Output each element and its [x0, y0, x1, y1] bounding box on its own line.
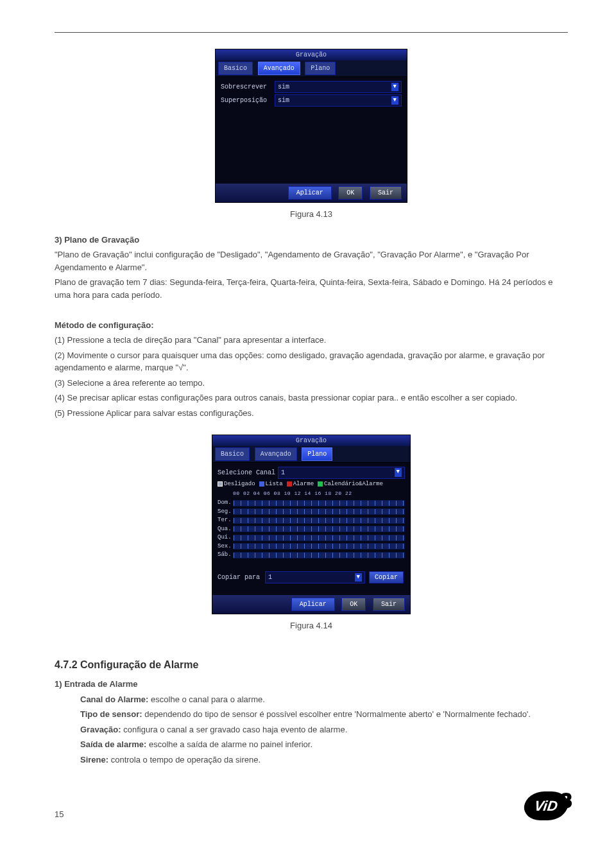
page-number: 15 [55, 808, 64, 821]
dialog-gravacao-avancado: Gravação Basico Avançado Plano Sobrescre… [215, 49, 407, 203]
timeline-bar[interactable] [233, 500, 405, 506]
section-472-heading: 4.7.2 Configuração de Alarme [55, 657, 568, 673]
timeline-bar[interactable] [233, 526, 405, 532]
timeline-day-label: Qui. [218, 533, 233, 542]
tab-bar: Basico Avançado Plano [212, 446, 410, 463]
timeline-hours: 00 02 04 06 08 10 12 14 16 18 20 22 [218, 490, 405, 497]
timeline-row: Sáb. [218, 551, 405, 560]
chevron-down-icon: ▼ [395, 468, 402, 477]
timeline-row: Ter. [218, 516, 405, 525]
timeline-row: Seg. [218, 508, 405, 517]
ok-button[interactable]: OK [338, 186, 363, 200]
alarm-item: Saída de alarme: escolhe a saída de alar… [80, 738, 568, 751]
entrada-alarme-heading: 1) Entrada de Alarme [55, 678, 568, 691]
tab-plano[interactable]: Plano [305, 62, 336, 75]
timeline-day-label: Sáb. [218, 551, 233, 560]
legend: Desligado Lista Alarme Calendário&Alarme [218, 480, 405, 489]
aplicar-button[interactable]: Aplicar [291, 598, 335, 611]
section-3-p2: Plano de gravação tem 7 dias: Segunda-fe… [55, 276, 568, 301]
timeline-day-label: Qua. [218, 525, 233, 534]
label-copiar-para: Copiar para [218, 573, 262, 582]
timeline-day-label: Dom. [218, 499, 233, 508]
dialog-title: Gravação [212, 435, 410, 446]
chevron-down-icon: ▼ [391, 83, 398, 92]
timeline-bar[interactable] [233, 508, 405, 515]
figure-caption-2: Figura 4.14 [55, 619, 568, 632]
alarm-item: Canal do Alarme: escolhe o canal para o … [80, 693, 568, 706]
timeline-day-label: Seg. [218, 508, 233, 517]
swatch-cal-alarme [318, 481, 323, 487]
timeline-bar[interactable] [233, 543, 405, 549]
timeline-row: Qui. [218, 533, 405, 542]
ok-button[interactable]: OK [341, 598, 366, 611]
select-sobrescrever[interactable]: sim▼ [275, 81, 402, 93]
aplicar-button[interactable]: Aplicar [288, 186, 332, 200]
tab-bar: Basico Avançado Plano [216, 60, 407, 77]
copiar-button[interactable]: Copiar [369, 571, 404, 583]
timeline-bar[interactable] [233, 552, 405, 558]
label-selecione-canal: Selecione Canal [218, 468, 275, 478]
alarm-item: Gravação: configura o canal a ser gravad… [80, 723, 568, 736]
method-step-5: (5) Pressione Aplicar para salvar estas … [55, 407, 568, 420]
method-step-3: (3) Selecione a área referente ao tempo. [55, 377, 568, 390]
method-heading: Método de configuração: [55, 319, 568, 332]
checkbox-desligado[interactable] [218, 481, 223, 487]
method-step-1: (1) Pressione a tecla de direção para "C… [55, 334, 568, 347]
select-canal[interactable]: 1▼ [278, 467, 405, 479]
dialog-gravacao-plano: Gravação Basico Avançado Plano Selecione… [212, 435, 411, 614]
chevron-down-icon: ▼ [391, 96, 398, 105]
section-3-p1: "Plano de Gravação" inclui configuração … [55, 248, 568, 273]
select-copiar[interactable]: 1▼ [265, 571, 365, 583]
logo-vid8: ViD8 [524, 791, 568, 820]
sair-button[interactable]: Sair [370, 186, 402, 200]
label-superposicao: Superposição [221, 96, 272, 105]
label-sobrescrever: Sobrescrever [221, 82, 272, 92]
tab-basico[interactable]: Basico [215, 447, 250, 461]
timeline-bar[interactable] [233, 535, 405, 541]
select-superposicao[interactable]: sim▼ [275, 94, 402, 107]
section-3-heading: 3) Plano de Gravação [55, 234, 568, 246]
method-step-4: (4) Se precisar aplicar estas configuraç… [55, 392, 568, 404]
timeline-row: Qua. [218, 525, 405, 534]
sair-button[interactable]: Sair [373, 598, 405, 611]
timeline-row: Dom. [218, 499, 405, 508]
tab-basico[interactable]: Basico [218, 62, 253, 75]
timeline-day-label: Sex. [218, 542, 233, 551]
top-rule [55, 32, 568, 33]
tab-avancado[interactable]: Avançado [258, 62, 300, 75]
dialog-title: Gravação [216, 49, 407, 60]
timeline-bar[interactable] [233, 517, 405, 524]
figure-caption-1: Figura 4.13 [55, 208, 568, 221]
alarm-item: Tipo de sensor: dependendo do tipo de se… [80, 708, 568, 721]
swatch-lista [259, 481, 264, 487]
tab-avancado[interactable]: Avançado [255, 447, 297, 461]
timeline-day-label: Ter. [218, 516, 233, 525]
method-step-2: (2) Movimente o cursor para quaisquer um… [55, 349, 568, 374]
tab-plano[interactable]: Plano [302, 447, 332, 461]
swatch-alarme [287, 481, 292, 487]
alarm-item: Sirene: controla o tempo de operação da … [80, 754, 568, 766]
timeline-row: Sex. [218, 542, 405, 551]
chevron-down-icon: ▼ [355, 573, 362, 582]
